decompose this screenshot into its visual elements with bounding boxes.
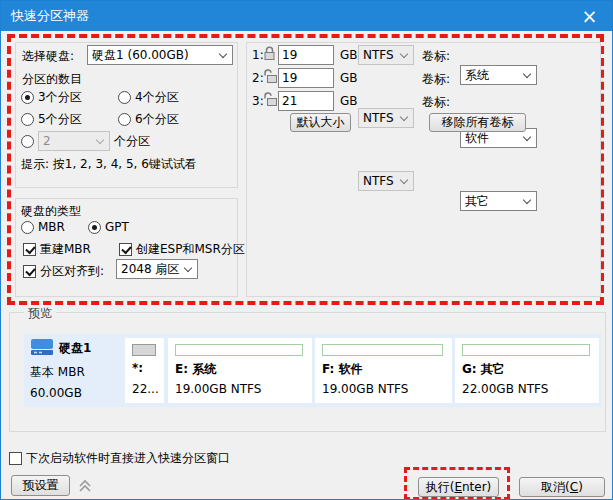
- preview-legend: 预览: [24, 305, 56, 322]
- chevron-down-icon: [523, 69, 531, 77]
- filesystem-combo[interactable]: NTFS: [358, 45, 414, 65]
- volume-label-caption: 卷标:: [422, 71, 450, 88]
- partition-chip: [175, 344, 303, 356]
- mbr-radio[interactable]: MBR: [21, 220, 65, 234]
- disk-type-group: 硬盘的类型 MBR GPT 重建MBR 创建ESP和MSR分区 分区对齐到: 2…: [15, 198, 238, 297]
- partition-card-e: E: 系统 19.00GB NTFS: [168, 338, 312, 403]
- lock-open-icon[interactable]: [263, 69, 278, 87]
- partition-card-esp: *: 22...: [125, 338, 164, 403]
- partition-chip: [462, 344, 590, 356]
- close-icon[interactable]: ×: [567, 1, 612, 31]
- chevron-down-icon: [219, 49, 227, 57]
- partition-name: E: 系统: [175, 361, 216, 378]
- titlebar: 快速分区神器 ×: [1, 1, 612, 31]
- button-label: 移除所有卷标: [442, 114, 514, 131]
- volume-label-combo[interactable]: 系统: [460, 65, 537, 85]
- create-esp-msr-checkbox[interactable]: 创建ESP和MSR分区: [119, 241, 245, 258]
- tip-text: 提示: 按1, 2, 3, 4, 5, 6键试试看: [21, 156, 197, 173]
- filesystem-value: NTFS: [363, 48, 397, 62]
- checkbox-label: 重建MBR: [40, 241, 91, 258]
- volume-label-caption: 卷标:: [422, 48, 450, 65]
- custom-count-suffix: 个分区: [114, 133, 150, 150]
- execute-button[interactable]: 执行(Enter): [418, 477, 499, 497]
- button-label: 默认大小: [297, 114, 345, 131]
- checkbox-icon[interactable]: [23, 265, 36, 278]
- disk-select-group: 选择硬盘: 硬盘1 (60.00GB) 分区的数目 3个分区 4个分区 5个分区…: [15, 42, 238, 188]
- button-label: 取消(C): [541, 479, 583, 496]
- startup-label: 下次启动软件时直接进入快速分区窗口: [26, 450, 230, 467]
- partition-name: F: 软件: [322, 361, 363, 378]
- partition-size: 22...: [132, 382, 159, 396]
- radio-icon[interactable]: [88, 221, 101, 234]
- partition-size: 19.00GB NTFS: [322, 382, 408, 396]
- partition-card-g: G: 其它 22.00GB NTFS: [455, 338, 599, 403]
- radio-icon[interactable]: [21, 221, 34, 234]
- disk-name: 硬盘1: [59, 340, 91, 357]
- window-title: 快速分区神器: [11, 7, 89, 25]
- volume-label-value: 其它: [465, 193, 520, 210]
- partition-count-label: 分区的数目: [22, 71, 82, 88]
- align-sector-combo[interactable]: 2048 扇区: [116, 259, 198, 279]
- disk-info: 硬盘1 基本 MBR 60.00GB: [30, 338, 125, 400]
- quick-partition-dialog: 快速分区神器 × 选择硬盘: 硬盘1 (60.00GB) 分区的数目 3个分区 …: [0, 0, 613, 500]
- partition-index: 1:: [252, 48, 264, 62]
- partition-count-custom-radio[interactable]: 2 个分区: [21, 131, 150, 151]
- custom-count-value: 2: [43, 134, 93, 148]
- filesystem-combo[interactable]: NTFS: [358, 108, 414, 128]
- partition-align-checkbox[interactable]: 分区对齐到:: [23, 263, 104, 280]
- disk-type: 基本 MBR: [30, 364, 125, 381]
- startup-checkbox[interactable]: 下次启动软件时直接进入快速分区窗口: [9, 450, 230, 467]
- disk-type-label: 硬盘的类型: [21, 203, 81, 220]
- button-label: 执行(Enter): [426, 479, 492, 496]
- chevron-down-icon: [523, 195, 531, 203]
- size-input[interactable]: [278, 91, 334, 111]
- checkbox-label: 创建ESP和MSR分区: [136, 241, 245, 258]
- lock-closed-icon[interactable]: [263, 46, 276, 64]
- disk-select-combo[interactable]: 硬盘1 (60.00GB): [87, 45, 233, 65]
- radio-label: 4个分区: [135, 89, 179, 106]
- custom-count-combo: 2: [38, 131, 110, 151]
- partition-chip: [132, 344, 156, 356]
- volume-label-value: 软件: [465, 130, 520, 147]
- partition-count-6-radio[interactable]: 6个分区: [118, 111, 179, 128]
- unit-label: GB: [340, 94, 358, 108]
- radio-icon[interactable]: [118, 91, 131, 104]
- size-input[interactable]: [278, 45, 334, 65]
- align-sector-value: 2048 扇区: [121, 261, 181, 278]
- filesystem-value: NTFS: [363, 111, 397, 125]
- partition-count-4-radio[interactable]: 4个分区: [118, 89, 179, 106]
- radio-icon[interactable]: [21, 91, 34, 104]
- size-input[interactable]: [278, 68, 334, 88]
- rebuild-mbr-checkbox[interactable]: 重建MBR: [23, 241, 91, 258]
- volume-label-value: 系统: [465, 67, 520, 84]
- checkbox-icon[interactable]: [9, 452, 22, 465]
- filesystem-combo[interactable]: NTFS: [358, 171, 414, 191]
- gpt-radio[interactable]: GPT: [88, 220, 129, 234]
- default-size-button[interactable]: 默认大小: [290, 113, 351, 132]
- radio-icon[interactable]: [21, 135, 34, 148]
- partition-index: 2:: [252, 71, 264, 85]
- checkbox-icon[interactable]: [23, 243, 36, 256]
- partition-count-5-radio[interactable]: 5个分区: [21, 111, 82, 128]
- radio-label: 5个分区: [38, 111, 82, 128]
- partition-settings-group: 1: GB NTFS 卷标: 系统 2: GB NTFS 卷标:: [246, 42, 601, 297]
- volume-label-combo[interactable]: 其它: [460, 191, 537, 211]
- cancel-button[interactable]: 取消(C): [519, 477, 605, 497]
- disk-icon: [30, 338, 54, 359]
- checkbox-icon[interactable]: [119, 243, 132, 256]
- remove-all-labels-button[interactable]: 移除所有卷标: [429, 113, 526, 132]
- preset-button[interactable]: 预设置: [11, 475, 70, 496]
- lock-open-icon[interactable]: [263, 92, 278, 110]
- partition-card-f: F: 软件 19.00GB NTFS: [315, 338, 452, 403]
- disk-select-value: 硬盘1 (60.00GB): [92, 47, 216, 64]
- filesystem-value: NTFS: [363, 174, 397, 188]
- unit-label: GB: [340, 48, 358, 62]
- radio-label: GPT: [105, 220, 129, 234]
- partition-size: 19.00GB NTFS: [175, 382, 261, 396]
- radio-icon[interactable]: [118, 113, 131, 126]
- partition-count-3-radio[interactable]: 3个分区: [21, 89, 82, 106]
- radio-label: MBR: [38, 220, 65, 234]
- double-chevron-up-icon[interactable]: [77, 478, 93, 497]
- radio-icon[interactable]: [21, 113, 34, 126]
- button-label: 预设置: [23, 477, 59, 494]
